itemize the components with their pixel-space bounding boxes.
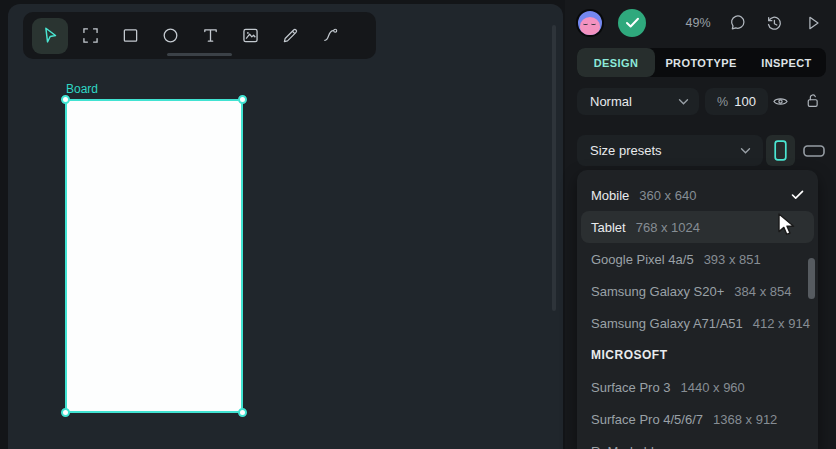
eye-icon[interactable] — [771, 93, 790, 110]
chevron-down-icon — [740, 147, 751, 155]
toolbar-drag-handle[interactable] — [167, 53, 232, 56]
zoom-level[interactable]: 49% — [673, 16, 723, 30]
selected-check-icon — [791, 190, 804, 200]
saved-status-button[interactable] — [618, 9, 646, 37]
tab-prototype[interactable]: PROTOTYPE — [655, 48, 747, 77]
ellipse-tool-button[interactable] — [152, 18, 188, 54]
history-icon[interactable] — [764, 13, 784, 33]
preset-option-mobile[interactable]: Mobile 360 x 640 — [577, 179, 818, 211]
play-icon[interactable] — [803, 13, 823, 33]
chevron-down-icon — [678, 98, 689, 106]
check-icon — [625, 17, 640, 29]
board-frame-icon — [80, 25, 101, 46]
selection-handle-top-right[interactable] — [238, 95, 247, 104]
select-tool-button[interactable] — [32, 18, 68, 54]
preset-option-surface-pro-4567[interactable]: Surface Pro 4/5/6/7 1368 x 912 — [577, 403, 818, 435]
ellipse-icon — [160, 25, 181, 46]
selection-handle-bottom-right[interactable] — [238, 408, 247, 417]
orientation-portrait-button[interactable] — [766, 135, 795, 166]
panel-header: 49% — [565, 9, 836, 37]
design-app-window: Board 49% — [0, 0, 836, 449]
user-avatar[interactable] — [576, 9, 604, 37]
image-tool-button[interactable] — [232, 18, 268, 54]
preset-section-microsoft: MICROSOFT — [577, 339, 818, 371]
board-tool-button[interactable] — [72, 18, 108, 54]
tab-inspect[interactable]: INSPECT — [747, 48, 826, 77]
percent-symbol: % — [717, 95, 728, 109]
board-artboard[interactable] — [65, 99, 243, 413]
dropdown-scrollbar[interactable] — [808, 258, 815, 299]
path-tool-button[interactable] — [312, 18, 348, 54]
image-icon — [240, 25, 261, 46]
mouse-cursor — [777, 213, 797, 237]
text-icon — [200, 25, 221, 46]
tab-design[interactable]: DESIGN — [577, 48, 655, 77]
blend-mode-select[interactable]: Normal — [577, 88, 699, 115]
unlock-icon[interactable] — [804, 91, 821, 110]
board-name-label[interactable]: Board — [66, 82, 98, 96]
preset-option-remarkable-clipped[interactable]: ReMarkable — [577, 435, 818, 449]
rectangle-icon — [120, 25, 141, 46]
curve-path-icon — [320, 25, 341, 46]
size-presets-label: Size presets — [590, 143, 662, 158]
preset-option-galaxy-a71[interactable]: Samsung Galaxy A71/A51 412 x 914 — [577, 307, 818, 339]
canvas-vertical-scrollbar[interactable] — [552, 25, 556, 311]
preset-option-surface-pro-3[interactable]: Surface Pro 3 1440 x 960 — [577, 371, 818, 403]
selection-handle-top-left[interactable] — [61, 95, 70, 104]
phone-landscape-icon — [803, 145, 825, 157]
text-tool-button[interactable] — [192, 18, 228, 54]
opacity-value: 100 — [734, 94, 756, 109]
pencil-icon — [280, 25, 301, 46]
size-presets-select[interactable]: Size presets — [577, 135, 763, 166]
blend-mode-value: Normal — [590, 94, 632, 109]
opacity-input[interactable]: % 100 — [705, 88, 768, 115]
avatar-face — [580, 17, 600, 36]
selection-handle-bottom-left[interactable] — [61, 408, 70, 417]
select-arrow-icon — [39, 25, 61, 47]
orientation-landscape-button[interactable] — [798, 135, 829, 166]
preset-option-galaxy-s20[interactable]: Samsung Galaxy S20+ 384 x 854 — [577, 275, 818, 307]
panel-tabbar: DESIGN PROTOTYPE INSPECT — [577, 48, 826, 77]
pen-tool-button[interactable] — [272, 18, 308, 54]
size-presets-dropdown: Mobile 360 x 640 Tablet 768 x 1024 Googl… — [577, 170, 818, 449]
tools-toolbar — [23, 12, 376, 59]
rectangle-tool-button[interactable] — [112, 18, 148, 54]
preset-option-google-pixel[interactable]: Google Pixel 4a/5 393 x 851 — [577, 243, 818, 275]
canvas-viewport[interactable]: Board — [8, 4, 563, 449]
comments-icon[interactable] — [728, 13, 748, 33]
phone-portrait-icon — [774, 140, 787, 161]
